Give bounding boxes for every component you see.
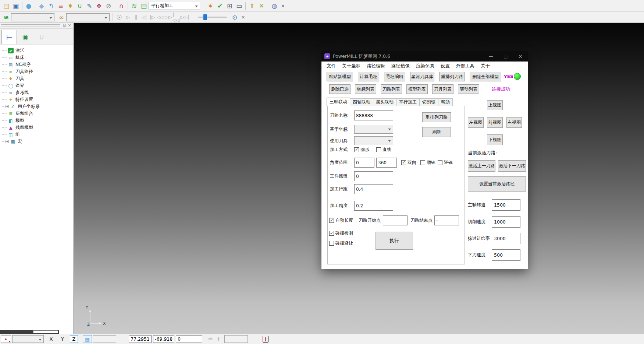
tree-item-groups[interactable]: ◫组 bbox=[2, 131, 73, 138]
tab-swivel[interactable]: 摆头联动 bbox=[373, 98, 396, 106]
nc-program-edit-icon[interactable]: ≡ bbox=[56, 1, 65, 10]
coord-list-button[interactable]: 坐标列表 bbox=[355, 84, 376, 94]
float-panel-icon[interactable]: ⊡ bbox=[62, 23, 67, 27]
ruler-icon[interactable]: ▭ bbox=[234, 1, 244, 10]
refresh-button[interactable]: 刷新 bbox=[422, 127, 451, 137]
cylinders-icon[interactable]: ◍ bbox=[270, 1, 279, 10]
tab-4axis[interactable]: 四轴联动 bbox=[350, 98, 373, 106]
tree-item-levels-sets[interactable]: ≣层和组合 bbox=[2, 110, 73, 117]
toolpath-combobox[interactable] bbox=[11, 13, 54, 21]
toolpath-draft-icon[interactable]: ↰ bbox=[46, 1, 56, 10]
shaded-sphere-icon[interactable]: ● bbox=[24, 1, 33, 10]
view-bottom-button[interactable]: 下视图 bbox=[487, 134, 503, 145]
rewind-icon[interactable]: ◁◁ bbox=[156, 13, 164, 22]
aux-field[interactable] bbox=[224, 335, 248, 343]
tab-3axis[interactable]: 三轴联动 bbox=[327, 98, 350, 106]
tree-item-toolpaths[interactable]: ≋刀具路径 bbox=[2, 68, 73, 75]
coord-z-value[interactable] bbox=[176, 335, 202, 343]
tool-raise-icon[interactable]: ⇑ bbox=[247, 1, 257, 10]
speed-slider[interactable] bbox=[198, 17, 227, 18]
pattern-pencil-icon[interactable]: ✎ bbox=[85, 1, 94, 10]
axis-y-button[interactable]: Y bbox=[58, 335, 67, 343]
view-left-button[interactable]: 左视图 bbox=[468, 117, 484, 128]
base-coord-combobox[interactable] bbox=[354, 125, 393, 134]
view-right-button[interactable]: 右视图 bbox=[506, 117, 522, 128]
tree-item-patterns[interactable]: ≈参考线 bbox=[2, 89, 73, 96]
calculator-icon[interactable]: ⊞ bbox=[225, 1, 234, 10]
axis-z-button[interactable]: Z bbox=[70, 335, 78, 343]
toolpath-name-input[interactable] bbox=[354, 110, 393, 120]
slider-handle[interactable] bbox=[203, 14, 207, 20]
fast-forward-icon[interactable]: ▷▷ bbox=[164, 13, 172, 22]
tool-library-button[interactable]: 星河刀具库 bbox=[410, 72, 434, 81]
grid-toggle-button[interactable]: ▦ bbox=[83, 335, 92, 343]
collision-check-icon[interactable]: ∩ bbox=[117, 1, 126, 10]
collision-avoid-checkbox[interactable]: 碰撞避让 bbox=[329, 241, 353, 246]
delete-all-models-button[interactable]: 删除全部模型 bbox=[470, 72, 501, 81]
panel-header[interactable]: ⊡ × bbox=[0, 23, 73, 29]
dialog-titlebar[interactable]: ✦ PowerMILL 忆梦星河 7.0.6 — □ × bbox=[321, 51, 528, 62]
tree-item-activate[interactable]: >激活 bbox=[2, 47, 73, 54]
toolbar-close-icon[interactable]: × bbox=[239, 14, 247, 20]
close-panel-icon[interactable]: × bbox=[67, 23, 72, 27]
tree-item-workplanes[interactable]: +∠用户坐标系 bbox=[2, 103, 73, 110]
save-icon[interactable]: ▣ bbox=[11, 1, 21, 10]
tab-globe[interactable]: ◉ bbox=[18, 30, 33, 44]
stock-remain-input[interactable] bbox=[354, 171, 393, 181]
bidirectional-checkbox[interactable]: 双向 bbox=[401, 160, 416, 165]
jog-move-icon[interactable]: ✛ bbox=[217, 336, 221, 342]
menu-about[interactable]: 关于 bbox=[481, 63, 490, 69]
go-start-icon[interactable]: |◁◁ bbox=[172, 13, 181, 22]
plunge-speed-input[interactable] bbox=[492, 249, 520, 261]
tab-trash[interactable]: ∪ bbox=[34, 30, 49, 44]
pause-icon[interactable]: ‖ bbox=[132, 13, 140, 22]
tolerance-input[interactable] bbox=[354, 201, 393, 211]
tree-item-tools[interactable]: ♦刀具 bbox=[2, 75, 73, 82]
close-button[interactable]: × bbox=[513, 51, 528, 62]
skim-feed-input[interactable] bbox=[492, 233, 520, 244]
spindle-speed-input[interactable] bbox=[492, 199, 520, 211]
step-back-icon[interactable]: ◁| bbox=[140, 13, 148, 22]
tree-item-models[interactable]: ◧模型 bbox=[2, 117, 73, 124]
drive-list-button[interactable]: 驱动列表 bbox=[458, 84, 479, 94]
tree-item-stock-models[interactable]: ▲残留模型 bbox=[2, 124, 73, 131]
angle-from-input[interactable] bbox=[354, 158, 374, 168]
boundary-icon[interactable]: ∪ bbox=[75, 1, 85, 10]
view-combobox[interactable] bbox=[12, 335, 44, 343]
activate-prev-button[interactable]: 激活上一刀路 bbox=[468, 160, 495, 172]
end-point-input[interactable] bbox=[434, 215, 459, 225]
activate-next-button[interactable]: 激活下一刀路 bbox=[498, 160, 526, 172]
collision-detect-checkbox[interactable]: 碰撞检测 bbox=[329, 231, 353, 236]
use-tool-combobox[interactable] bbox=[354, 136, 393, 145]
climb-checkbox[interactable]: 顺铣 bbox=[420, 160, 435, 165]
set-active-path-button[interactable]: 设置当前激活路径 bbox=[468, 176, 526, 192]
play-icon[interactable]: ▷ bbox=[124, 13, 132, 22]
tool-flash-icon[interactable]: ✶ bbox=[206, 1, 215, 10]
xyz-list-icon[interactable]: ≔ bbox=[208, 336, 213, 342]
tool-ok-icon[interactable]: ✔ bbox=[215, 1, 225, 10]
tab-parallel[interactable]: 平行加工 bbox=[396, 98, 420, 106]
block-icon[interactable]: ◆ bbox=[37, 1, 46, 10]
toolpath-icon[interactable]: ≋ bbox=[1, 13, 11, 22]
menu-path-mirror[interactable]: 路径镜像 bbox=[391, 63, 410, 69]
tree-item-machine[interactable]: ▭机床 bbox=[2, 54, 73, 61]
flyout-button[interactable]: • bbox=[1, 335, 11, 343]
reorder-toolpaths-button[interactable]: 重排列刀路 bbox=[439, 72, 465, 81]
coord-x-value[interactable] bbox=[129, 335, 152, 343]
menu-external-tools[interactable]: 外部工具 bbox=[456, 63, 474, 69]
auto-length-checkbox[interactable]: 自动长度 bbox=[329, 218, 353, 223]
cross-arrows-icon[interactable]: ✕ bbox=[257, 1, 266, 10]
menu-file[interactable]: 文件 bbox=[327, 63, 336, 69]
model-list-button[interactable]: 模型列表 bbox=[406, 84, 428, 94]
toolpath-icon[interactable]: ≋ bbox=[129, 1, 139, 10]
strategy-list-icon[interactable]: ▤ bbox=[139, 1, 149, 10]
expand-icon[interactable]: + bbox=[6, 105, 9, 108]
binoculars-icon[interactable]: ∞ bbox=[57, 13, 66, 22]
view-top-button[interactable]: 上视图 bbox=[487, 100, 503, 110]
calc-block-button[interactable]: 计算毛坯 bbox=[358, 72, 379, 81]
line-checkbox[interactable]: 直线 bbox=[376, 147, 391, 152]
grip-handle[interactable] bbox=[1, 24, 60, 25]
circle-checkbox[interactable]: 圆形 bbox=[354, 147, 369, 152]
start-point-input[interactable] bbox=[383, 215, 408, 225]
strategy-combobox[interactable]: 平行精加工 bbox=[149, 2, 200, 10]
